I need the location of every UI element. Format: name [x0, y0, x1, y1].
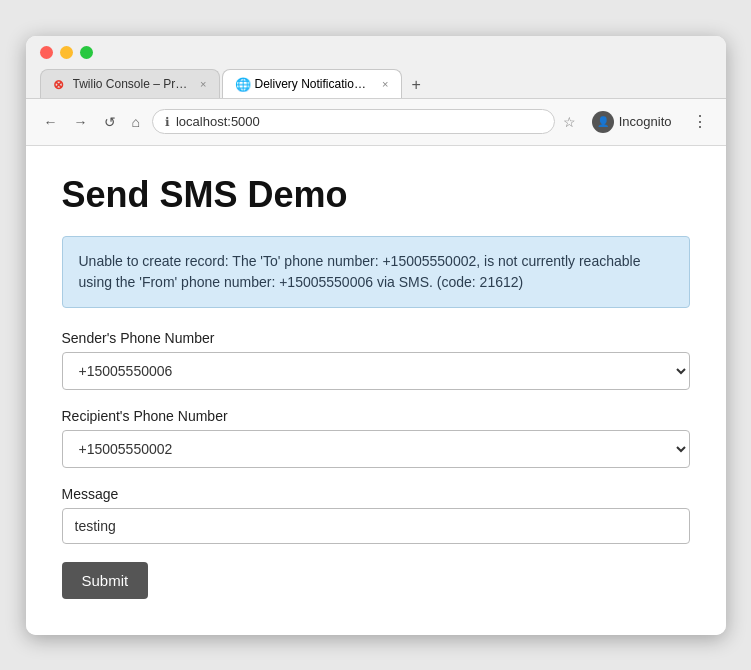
submit-button[interactable]: Submit: [62, 562, 149, 599]
tabs-row: ⊗ Twilio Console – Project Crede... × 🌐 …: [40, 69, 712, 98]
error-message: Unable to create record: The 'To' phone …: [62, 236, 690, 308]
page-content: Send SMS Demo Unable to create record: T…: [26, 146, 726, 635]
tab-twilio[interactable]: ⊗ Twilio Console – Project Crede... ×: [40, 69, 220, 98]
bookmark-button[interactable]: ☆: [563, 114, 576, 130]
sender-select[interactable]: +15005550006 +15005550001 +15005550002: [62, 352, 690, 390]
tab-twilio-label: Twilio Console – Project Crede...: [73, 77, 191, 91]
recipient-label: Recipient's Phone Number: [62, 408, 690, 424]
maximize-traffic-light[interactable]: [80, 46, 93, 59]
twilio-icon: ⊗: [53, 77, 67, 91]
tab-delivery[interactable]: 🌐 Delivery Notifications Example ×: [222, 69, 402, 98]
url-text: localhost:5000: [176, 114, 542, 129]
info-icon: ℹ: [165, 115, 170, 129]
minimize-traffic-light[interactable]: [60, 46, 73, 59]
forward-button[interactable]: →: [70, 112, 92, 132]
new-tab-button[interactable]: +: [404, 72, 429, 98]
globe-icon: 🌐: [235, 77, 249, 91]
recipient-group: Recipient's Phone Number +15005550002 +1…: [62, 408, 690, 468]
address-bar: ← → ↺ ⌂ ℹ localhost:5000 ☆ 👤 Incognito ⋮: [26, 99, 726, 146]
sender-label: Sender's Phone Number: [62, 330, 690, 346]
incognito-button[interactable]: 👤 Incognito: [584, 107, 680, 137]
reload-button[interactable]: ↺: [100, 112, 120, 132]
url-bar[interactable]: ℹ localhost:5000: [152, 109, 555, 134]
page-title: Send SMS Demo: [62, 174, 690, 216]
sender-group: Sender's Phone Number +15005550006 +1500…: [62, 330, 690, 390]
tab-delivery-label: Delivery Notifications Example: [255, 77, 373, 91]
close-traffic-light[interactable]: [40, 46, 53, 59]
incognito-icon: 👤: [592, 111, 614, 133]
back-button[interactable]: ←: [40, 112, 62, 132]
incognito-label: Incognito: [619, 114, 672, 129]
browser-window: ⊗ Twilio Console – Project Crede... × 🌐 …: [26, 36, 726, 635]
traffic-lights: [40, 46, 712, 59]
recipient-select[interactable]: +15005550002 +15005550001 +15005550003: [62, 430, 690, 468]
tab-delivery-close[interactable]: ×: [382, 78, 388, 90]
tab-twilio-close[interactable]: ×: [200, 78, 206, 90]
title-bar: ⊗ Twilio Console – Project Crede... × 🌐 …: [26, 36, 726, 99]
message-input[interactable]: [62, 508, 690, 544]
message-group: Message: [62, 486, 690, 544]
home-button[interactable]: ⌂: [128, 112, 144, 132]
more-options-button[interactable]: ⋮: [688, 110, 712, 133]
message-label: Message: [62, 486, 690, 502]
